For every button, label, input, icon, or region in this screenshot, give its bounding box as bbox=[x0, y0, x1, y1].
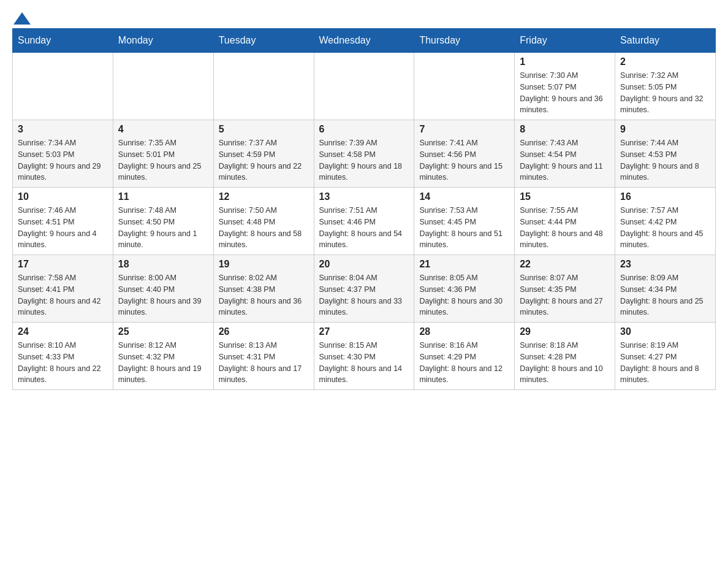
day-number: 22 bbox=[520, 259, 610, 270]
day-number: 23 bbox=[620, 259, 710, 270]
day-info: Sunrise: 8:00 AM Sunset: 4:40 PM Dayligh… bbox=[118, 272, 208, 318]
calendar-cell: 30Sunrise: 8:19 AM Sunset: 4:27 PM Dayli… bbox=[615, 323, 716, 390]
day-info: Sunrise: 8:18 AM Sunset: 4:28 PM Dayligh… bbox=[520, 340, 610, 386]
day-number: 28 bbox=[419, 326, 509, 337]
day-number: 14 bbox=[419, 191, 509, 202]
calendar-cell: 23Sunrise: 8:09 AM Sunset: 4:34 PM Dayli… bbox=[615, 255, 716, 323]
calendar-cell bbox=[13, 53, 113, 120]
day-info: Sunrise: 8:05 AM Sunset: 4:36 PM Dayligh… bbox=[419, 272, 509, 318]
day-number: 9 bbox=[620, 124, 710, 135]
day-info: Sunrise: 7:43 AM Sunset: 4:54 PM Dayligh… bbox=[520, 137, 610, 183]
day-info: Sunrise: 7:30 AM Sunset: 5:07 PM Dayligh… bbox=[520, 70, 610, 116]
day-info: Sunrise: 7:46 AM Sunset: 4:51 PM Dayligh… bbox=[18, 205, 108, 251]
day-number: 16 bbox=[620, 191, 710, 202]
calendar-cell: 18Sunrise: 8:00 AM Sunset: 4:40 PM Dayli… bbox=[113, 255, 213, 323]
calendar-table: SundayMondayTuesdayWednesdayThursdayFrid… bbox=[12, 28, 716, 390]
calendar-cell: 19Sunrise: 8:02 AM Sunset: 4:38 PM Dayli… bbox=[213, 255, 314, 323]
day-number: 2 bbox=[620, 56, 710, 67]
day-number: 18 bbox=[118, 259, 208, 270]
day-number: 29 bbox=[520, 326, 610, 337]
day-info: Sunrise: 7:44 AM Sunset: 4:53 PM Dayligh… bbox=[620, 137, 710, 183]
weekday-header-tuesday: Tuesday bbox=[213, 29, 314, 53]
calendar-cell: 7Sunrise: 7:41 AM Sunset: 4:56 PM Daylig… bbox=[414, 120, 515, 188]
weekday-header-saturday: Saturday bbox=[615, 29, 716, 53]
day-info: Sunrise: 7:50 AM Sunset: 4:48 PM Dayligh… bbox=[219, 205, 309, 251]
calendar-cell: 11Sunrise: 7:48 AM Sunset: 4:50 PM Dayli… bbox=[113, 188, 213, 255]
calendar-cell bbox=[414, 53, 515, 120]
calendar-week-row: 3Sunrise: 7:34 AM Sunset: 5:03 PM Daylig… bbox=[13, 120, 716, 188]
calendar-cell: 26Sunrise: 8:13 AM Sunset: 4:31 PM Dayli… bbox=[213, 323, 314, 390]
calendar-cell: 9Sunrise: 7:44 AM Sunset: 4:53 PM Daylig… bbox=[615, 120, 716, 188]
day-info: Sunrise: 8:15 AM Sunset: 4:30 PM Dayligh… bbox=[319, 340, 409, 386]
logo-triangle-icon bbox=[13, 12, 31, 25]
calendar-cell: 3Sunrise: 7:34 AM Sunset: 5:03 PM Daylig… bbox=[13, 120, 113, 188]
day-number: 30 bbox=[620, 326, 710, 337]
calendar-week-row: 1Sunrise: 7:30 AM Sunset: 5:07 PM Daylig… bbox=[13, 53, 716, 120]
calendar-week-row: 10Sunrise: 7:46 AM Sunset: 4:51 PM Dayli… bbox=[13, 188, 716, 255]
calendar-cell: 1Sunrise: 7:30 AM Sunset: 5:07 PM Daylig… bbox=[515, 53, 615, 120]
day-number: 25 bbox=[118, 326, 208, 337]
day-info: Sunrise: 7:37 AM Sunset: 4:59 PM Dayligh… bbox=[219, 137, 309, 183]
calendar-week-row: 17Sunrise: 7:58 AM Sunset: 4:41 PM Dayli… bbox=[13, 255, 716, 323]
day-info: Sunrise: 7:53 AM Sunset: 4:45 PM Dayligh… bbox=[419, 205, 509, 251]
weekday-header-monday: Monday bbox=[113, 29, 213, 53]
day-number: 17 bbox=[18, 259, 108, 270]
day-info: Sunrise: 7:48 AM Sunset: 4:50 PM Dayligh… bbox=[118, 205, 208, 251]
calendar-cell: 10Sunrise: 7:46 AM Sunset: 4:51 PM Dayli… bbox=[13, 188, 113, 255]
calendar-cell: 4Sunrise: 7:35 AM Sunset: 5:01 PM Daylig… bbox=[113, 120, 213, 188]
header bbox=[12, 12, 716, 22]
calendar-cell: 14Sunrise: 7:53 AM Sunset: 4:45 PM Dayli… bbox=[414, 188, 515, 255]
day-info: Sunrise: 7:55 AM Sunset: 4:44 PM Dayligh… bbox=[520, 205, 610, 251]
day-info: Sunrise: 8:09 AM Sunset: 4:34 PM Dayligh… bbox=[620, 272, 710, 318]
calendar-cell: 15Sunrise: 7:55 AM Sunset: 4:44 PM Dayli… bbox=[515, 188, 615, 255]
calendar-cell: 5Sunrise: 7:37 AM Sunset: 4:59 PM Daylig… bbox=[213, 120, 314, 188]
calendar-cell bbox=[213, 53, 314, 120]
day-info: Sunrise: 8:07 AM Sunset: 4:35 PM Dayligh… bbox=[520, 272, 610, 318]
calendar-cell: 27Sunrise: 8:15 AM Sunset: 4:30 PM Dayli… bbox=[314, 323, 414, 390]
day-number: 5 bbox=[219, 124, 309, 135]
calendar-cell bbox=[113, 53, 213, 120]
day-info: Sunrise: 8:12 AM Sunset: 4:32 PM Dayligh… bbox=[118, 340, 208, 386]
day-info: Sunrise: 7:41 AM Sunset: 4:56 PM Dayligh… bbox=[419, 137, 509, 183]
day-info: Sunrise: 7:34 AM Sunset: 5:03 PM Dayligh… bbox=[18, 137, 108, 183]
calendar-cell: 6Sunrise: 7:39 AM Sunset: 4:58 PM Daylig… bbox=[314, 120, 414, 188]
day-info: Sunrise: 7:39 AM Sunset: 4:58 PM Dayligh… bbox=[319, 137, 409, 183]
day-number: 12 bbox=[219, 191, 309, 202]
calendar-week-row: 24Sunrise: 8:10 AM Sunset: 4:33 PM Dayli… bbox=[13, 323, 716, 390]
weekday-header-wednesday: Wednesday bbox=[314, 29, 414, 53]
calendar-cell: 29Sunrise: 8:18 AM Sunset: 4:28 PM Dayli… bbox=[515, 323, 615, 390]
day-info: Sunrise: 8:10 AM Sunset: 4:33 PM Dayligh… bbox=[18, 340, 108, 386]
day-info: Sunrise: 8:16 AM Sunset: 4:29 PM Dayligh… bbox=[419, 340, 509, 386]
day-number: 3 bbox=[18, 124, 108, 135]
day-info: Sunrise: 7:35 AM Sunset: 5:01 PM Dayligh… bbox=[118, 137, 208, 183]
day-number: 13 bbox=[319, 191, 409, 202]
day-info: Sunrise: 8:02 AM Sunset: 4:38 PM Dayligh… bbox=[219, 272, 309, 318]
calendar-cell: 25Sunrise: 8:12 AM Sunset: 4:32 PM Dayli… bbox=[113, 323, 213, 390]
day-number: 10 bbox=[18, 191, 108, 202]
calendar-cell: 16Sunrise: 7:57 AM Sunset: 4:42 PM Dayli… bbox=[615, 188, 716, 255]
weekday-header-sunday: Sunday bbox=[13, 29, 113, 53]
day-number: 15 bbox=[520, 191, 610, 202]
calendar-cell: 21Sunrise: 8:05 AM Sunset: 4:36 PM Dayli… bbox=[414, 255, 515, 323]
day-info: Sunrise: 8:04 AM Sunset: 4:37 PM Dayligh… bbox=[319, 272, 409, 318]
calendar-cell: 13Sunrise: 7:51 AM Sunset: 4:46 PM Dayli… bbox=[314, 188, 414, 255]
day-info: Sunrise: 7:58 AM Sunset: 4:41 PM Dayligh… bbox=[18, 272, 108, 318]
weekday-header-friday: Friday bbox=[515, 29, 615, 53]
calendar-cell: 24Sunrise: 8:10 AM Sunset: 4:33 PM Dayli… bbox=[13, 323, 113, 390]
logo bbox=[12, 12, 31, 22]
calendar-cell: 28Sunrise: 8:16 AM Sunset: 4:29 PM Dayli… bbox=[414, 323, 515, 390]
day-info: Sunrise: 7:51 AM Sunset: 4:46 PM Dayligh… bbox=[319, 205, 409, 251]
calendar-cell: 22Sunrise: 8:07 AM Sunset: 4:35 PM Dayli… bbox=[515, 255, 615, 323]
calendar-cell bbox=[314, 53, 414, 120]
day-info: Sunrise: 8:13 AM Sunset: 4:31 PM Dayligh… bbox=[219, 340, 309, 386]
day-info: Sunrise: 7:57 AM Sunset: 4:42 PM Dayligh… bbox=[620, 205, 710, 251]
day-number: 8 bbox=[520, 124, 610, 135]
day-number: 19 bbox=[219, 259, 309, 270]
day-number: 26 bbox=[219, 326, 309, 337]
calendar-cell: 17Sunrise: 7:58 AM Sunset: 4:41 PM Dayli… bbox=[13, 255, 113, 323]
day-number: 24 bbox=[18, 326, 108, 337]
calendar-cell: 8Sunrise: 7:43 AM Sunset: 4:54 PM Daylig… bbox=[515, 120, 615, 188]
calendar-header-row: SundayMondayTuesdayWednesdayThursdayFrid… bbox=[13, 29, 716, 53]
calendar-cell: 12Sunrise: 7:50 AM Sunset: 4:48 PM Dayli… bbox=[213, 188, 314, 255]
day-number: 4 bbox=[118, 124, 208, 135]
